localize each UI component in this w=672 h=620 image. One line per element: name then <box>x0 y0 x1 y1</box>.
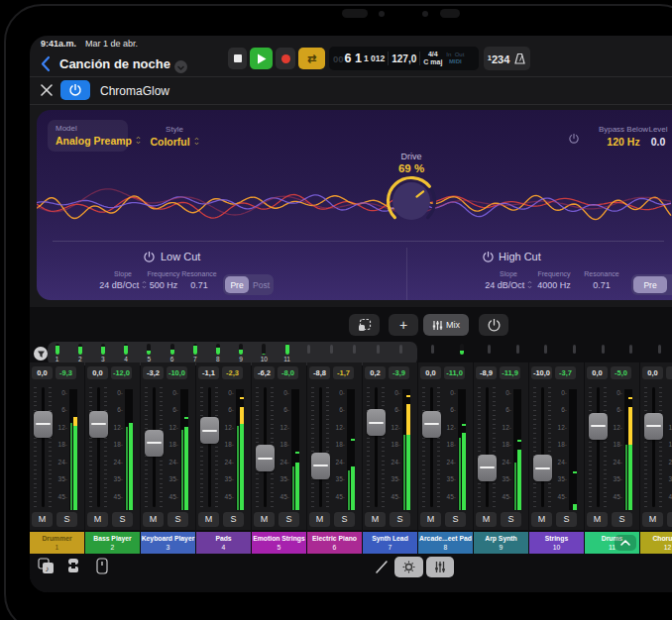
fader-value-box[interactable]: 0,0 <box>420 366 441 379</box>
mute-button[interactable]: M <box>254 512 275 527</box>
high-cut-param-value[interactable]: 0.71 <box>572 280 631 290</box>
level-value-box[interactable]: -11,0 <box>444 366 465 379</box>
mute-button[interactable]: M <box>420 512 441 527</box>
track-name-cell[interactable]: Chorus V12 <box>640 532 672 554</box>
play-button[interactable] <box>250 48 273 69</box>
mute-button[interactable]: M <box>587 512 608 527</box>
track-name-cell[interactable]: Emotion Strings5 <box>252 532 306 554</box>
high-cut-power-button[interactable] <box>483 252 494 262</box>
count-in-button[interactable]: 1234 <box>484 47 530 70</box>
fader-handle[interactable] <box>34 411 53 438</box>
pre-button[interactable]: Pre <box>225 276 249 293</box>
track-name-cell[interactable]: Strings10 <box>529 532 584 554</box>
fader-handle[interactable] <box>422 411 441 438</box>
level-value-box[interactable]: -3,9 <box>389 366 409 379</box>
level-value-box[interactable]: -8,0 <box>278 366 298 379</box>
song-title[interactable]: Canción de noche <box>59 56 170 71</box>
fader-handle[interactable] <box>644 413 663 440</box>
fader-handle[interactable] <box>89 411 108 438</box>
fader-handle[interactable] <box>145 430 164 457</box>
track-name-cell[interactable]: Arcade...eet Pad8 <box>418 532 473 554</box>
title-dropdown-button[interactable] <box>174 60 187 73</box>
mute-button[interactable]: M <box>531 512 552 527</box>
solo-button[interactable]: S <box>112 512 133 527</box>
loops-browser-icon[interactable]: ♪ <box>38 558 55 574</box>
level-value-box[interactable]: -2,3 <box>222 366 243 379</box>
add-track-button[interactable]: + <box>389 314 418 336</box>
browser-icon[interactable] <box>65 558 81 574</box>
track-name-cell[interactable]: Bass Player2 <box>85 532 140 554</box>
solo-button[interactable]: S <box>667 512 672 527</box>
mixer-power-button[interactable] <box>479 314 508 336</box>
high-cut-pre-post[interactable]: Pre Post <box>631 274 672 295</box>
tile-view-button[interactable] <box>349 314 380 336</box>
fader-handle[interactable] <box>478 455 497 481</box>
track-name-cell[interactable]: Drummer1 <box>30 532 84 554</box>
filter-button[interactable] <box>34 347 48 361</box>
mute-button[interactable]: M <box>198 512 219 527</box>
post-button[interactable]: Post <box>249 276 274 293</box>
solo-button[interactable]: S <box>390 512 410 527</box>
fader-strip-icon[interactable] <box>96 558 108 574</box>
track-name-cell[interactable]: Electric Piano6 <box>307 532 362 554</box>
mute-button[interactable]: M <box>476 512 497 527</box>
fader-value-box[interactable]: 0,0 <box>32 366 53 379</box>
fader-handle[interactable] <box>533 455 552 481</box>
fader-handle[interactable] <box>367 409 386 436</box>
mute-button[interactable]: M <box>32 512 53 527</box>
low-cut-param-value[interactable]: 0.71 <box>169 280 229 290</box>
fader-value-box[interactable]: -8,8 <box>309 366 330 379</box>
low-cut-pre-post[interactable]: Pre Post <box>223 274 274 295</box>
solo-button[interactable]: S <box>223 512 244 527</box>
solo-button[interactable]: S <box>612 512 632 527</box>
track-name-cell[interactable]: Keyboard Player3 <box>141 532 195 554</box>
track-name-cell[interactable]: Synth Lead7 <box>363 532 417 554</box>
low-cut-power-button[interactable] <box>144 252 155 262</box>
lcd-display[interactable]: 00 6 1 1 012 127,0 4/4 C maj In Out MIDI <box>329 47 479 70</box>
fader-value-box[interactable]: -10,0 <box>531 366 552 379</box>
solo-button[interactable]: S <box>501 512 521 527</box>
fader-handle[interactable] <box>200 417 219 444</box>
plugin-power-button[interactable] <box>60 80 90 100</box>
mute-button[interactable]: M <box>642 512 663 527</box>
back-button[interactable] <box>41 55 51 72</box>
fader-value-box[interactable]: -8,9 <box>476 366 497 379</box>
fader-handle[interactable] <box>589 413 608 440</box>
solo-button[interactable]: S <box>279 512 299 527</box>
collapse-chevron-button[interactable] <box>615 535 636 551</box>
fader-value-box[interactable]: -6,2 <box>254 366 275 379</box>
level-value-box[interactable]: -3,7 <box>555 366 576 379</box>
fader-value-box[interactable]: 0,2 <box>365 366 386 379</box>
drive-knob[interactable] <box>386 175 437 227</box>
track-name-cell[interactable]: Pads4 <box>196 532 251 554</box>
cycle-button[interactable]: ⇄ <box>298 48 325 69</box>
level-value-box[interactable]: -5,0 <box>611 366 631 379</box>
pre-button[interactable]: Pre <box>633 276 667 293</box>
level-value-box[interactable]: -12,0 <box>111 366 132 379</box>
level-value-box[interactable]: -10,0 <box>167 366 187 379</box>
fader-handle[interactable] <box>311 453 330 479</box>
mute-button[interactable]: M <box>87 512 108 527</box>
level-value-box[interactable] <box>666 366 672 379</box>
mute-button[interactable]: M <box>365 512 386 527</box>
record-button[interactable] <box>276 48 295 69</box>
fader-value-box[interactable]: 0,0 <box>642 366 663 379</box>
automation-button[interactable] <box>394 557 423 577</box>
level-value-box[interactable]: -1,7 <box>333 366 354 379</box>
stop-button[interactable] <box>228 48 247 69</box>
mute-button[interactable]: M <box>143 512 164 527</box>
solo-button[interactable]: S <box>334 512 355 527</box>
solo-button[interactable]: S <box>445 512 466 527</box>
pencil-tool-icon[interactable] <box>375 560 389 574</box>
level-value-box[interactable]: -11,9 <box>500 366 520 379</box>
fader-handle[interactable] <box>256 445 275 471</box>
fader-value-box[interactable]: -1,1 <box>198 366 219 379</box>
track-name-cell[interactable]: Drums11 <box>585 532 639 554</box>
mix-button[interactable]: Mix <box>423 314 469 336</box>
solo-button[interactable]: S <box>556 512 577 527</box>
level-value-box[interactable]: -9,3 <box>56 366 76 379</box>
mute-button[interactable]: M <box>309 512 330 527</box>
solo-button[interactable]: S <box>168 512 188 527</box>
close-plugin-button[interactable] <box>41 84 53 96</box>
solo-button[interactable]: S <box>56 512 77 527</box>
